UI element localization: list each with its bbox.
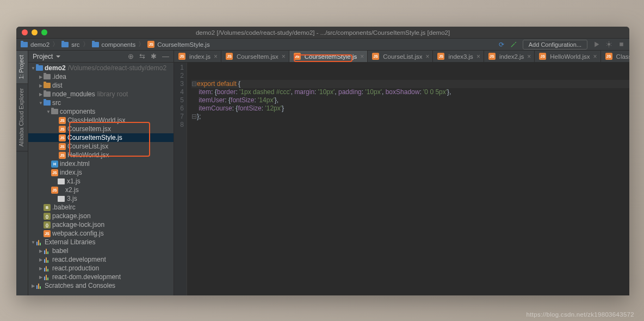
breadcrumb-item[interactable]: CourseItemStyle.js	[157, 41, 210, 48]
close-tab-icon[interactable]: ×	[593, 53, 597, 60]
editor-tab[interactable]: JSClassHelloWorld.jsx×	[601, 51, 629, 62]
tree-item[interactable]: .idea	[28, 72, 174, 81]
library-icon	[44, 257, 50, 263]
tree-item[interactable]: JSx2.js	[28, 186, 174, 194]
tree-item[interactable]: JSCourseList.jsx	[28, 142, 174, 151]
editor-tab[interactable]: JSCourseItem.jsx×	[221, 51, 289, 62]
collapse-all-icon[interactable]: —	[162, 52, 169, 60]
folder-icon	[44, 74, 51, 79]
jsx-file-icon: JS	[539, 53, 546, 60]
close-tab-icon[interactable]: ×	[527, 53, 531, 60]
tool-tab-cloud-explorer[interactable]: Alibaba Cloud Explorer	[16, 84, 28, 151]
js-file-icon: JS	[51, 187, 58, 194]
folder-icon	[44, 100, 51, 106]
project-panel-title: Project	[33, 53, 53, 60]
js-file-icon: JS	[51, 169, 58, 176]
json-file-icon: {}	[44, 221, 51, 229]
js-file-icon: JS	[178, 53, 185, 60]
jsx-file-icon: JS	[226, 53, 233, 60]
tree-item[interactable]: x1.js	[28, 177, 174, 186]
close-tab-icon[interactable]: ×	[425, 53, 429, 60]
tree-root[interactable]: demo2/Volumes/code/react-study/demo2	[28, 64, 174, 72]
close-window-button[interactable]	[22, 29, 28, 35]
vcs-update-icon[interactable]: ⟳	[499, 41, 504, 48]
settings-icon[interactable]: ✱	[151, 52, 157, 60]
js-file-icon: JS	[147, 41, 154, 48]
tool-tab-project[interactable]: 1: Project	[16, 51, 28, 84]
code-editor[interactable]: 12345678 ⊟export default { item: {border…	[174, 63, 629, 295]
folder-icon	[36, 65, 43, 71]
jsx-file-icon: JS	[59, 143, 66, 150]
config-file-icon: B	[44, 204, 51, 211]
tree-item[interactable]: Scratches and Consoles	[28, 281, 174, 290]
tree-item[interactable]: JSwebpack.config.js	[28, 229, 174, 238]
locate-icon[interactable]: ⊕	[128, 52, 134, 60]
code-content[interactable]: ⊟export default { item: {border: '1px da…	[187, 63, 629, 295]
tree-item[interactable]: react.development	[28, 255, 174, 264]
expand-all-icon[interactable]: ⇆	[139, 52, 145, 60]
stop-icon[interactable]	[618, 41, 625, 48]
tree-item[interactable]: react-dom.development	[28, 273, 174, 281]
tree-item[interactable]: 3.js	[28, 194, 174, 203]
project-tree[interactable]: demo2/Volumes/code/react-study/demo2 .id…	[28, 63, 174, 295]
tree-item[interactable]: babel	[28, 246, 174, 255]
html-file-icon: H	[51, 160, 58, 168]
tree-item[interactable]: components	[28, 107, 174, 116]
editor-tab[interactable]: JSindex3.js×	[433, 51, 484, 62]
add-configuration-button[interactable]: Add Configuration...	[523, 40, 587, 50]
build-icon[interactable]	[510, 41, 517, 48]
close-tab-icon[interactable]: ×	[360, 53, 364, 60]
minimize-window-button[interactable]	[32, 29, 38, 35]
folder-icon	[61, 42, 69, 47]
tree-item[interactable]: JSHelloWorld.jsx	[28, 151, 174, 159]
editor-tab[interactable]: JSCourseList.jsx×	[368, 51, 433, 62]
breadcrumb-item[interactable]: src	[71, 41, 79, 48]
json-file-icon: {}	[44, 213, 51, 220]
breadcrumb-item[interactable]: components	[102, 41, 136, 48]
folder-icon	[92, 42, 99, 47]
file-icon	[58, 196, 65, 202]
library-icon	[44, 248, 50, 254]
tree-item[interactable]: JSClassHelloWorld.jsx	[28, 116, 174, 125]
tree-item[interactable]: react.production	[28, 264, 174, 273]
folder-icon	[51, 109, 58, 114]
file-icon	[58, 178, 65, 184]
navigation-bar: demo2 〉 src 〉 components 〉 JSCourseItemS…	[16, 39, 629, 51]
close-tab-icon[interactable]: ×	[476, 53, 480, 60]
window-title: demo2 [/Volumes/code/react-study/demo2] …	[196, 29, 450, 36]
tree-item[interactable]: Hindex.html	[28, 159, 174, 168]
tree-item[interactable]: JSCourseItem.jsx	[28, 125, 174, 133]
project-panel-header: Project ⊕ ⇆ ✱ —	[28, 51, 174, 63]
close-tab-icon[interactable]: ×	[214, 53, 218, 60]
tree-item-selected[interactable]: JSCourseItemStyle.js	[28, 133, 174, 142]
tree-item[interactable]: dist	[28, 81, 174, 90]
folder-icon	[44, 83, 51, 88]
jsx-file-icon: JS	[372, 53, 379, 60]
tree-item[interactable]: JSindex.js	[28, 168, 174, 177]
tree-item[interactable]: {}package-lock.json	[28, 220, 174, 229]
editor-tab-active[interactable]: JSCourseItemStyle.js×	[289, 51, 368, 62]
editor-area: JSindex.js× JSCourseItem.jsx× JSCourseIt…	[174, 51, 629, 295]
editor-tab[interactable]: JSindex.js×	[174, 51, 221, 62]
tree-item[interactable]: node_moduleslibrary root	[28, 90, 174, 98]
tree-item[interactable]: External Libraries	[28, 238, 174, 246]
jsx-file-icon: JS	[59, 117, 66, 124]
editor-tab[interactable]: JSHelloWorld.jsx×	[535, 51, 600, 62]
breadcrumb[interactable]: demo2 〉 src 〉 components 〉 JSCourseItemS…	[21, 40, 210, 48]
debug-icon[interactable]	[605, 41, 612, 48]
tree-item[interactable]: src	[28, 98, 174, 107]
svg-rect-1	[620, 42, 623, 46]
editor-tab[interactable]: JSindex2.js×	[484, 51, 535, 62]
run-icon[interactable]	[593, 41, 600, 48]
js-file-icon: JS	[437, 53, 444, 60]
tool-window-bar-left: 1: Project Alibaba Cloud Explorer	[16, 51, 28, 295]
editor-tabs: JSindex.js× JSCourseItem.jsx× JSCourseIt…	[174, 51, 629, 63]
tree-item[interactable]: {}package.json	[28, 212, 174, 220]
dropdown-icon[interactable]	[56, 54, 60, 59]
jsx-file-icon: JS	[59, 152, 66, 159]
close-tab-icon[interactable]: ×	[282, 53, 286, 60]
breadcrumb-item[interactable]: demo2	[30, 41, 49, 48]
maximize-window-button[interactable]	[41, 29, 47, 35]
tree-item[interactable]: B.babelrc	[28, 203, 174, 212]
jsx-file-icon: JS	[605, 53, 612, 60]
